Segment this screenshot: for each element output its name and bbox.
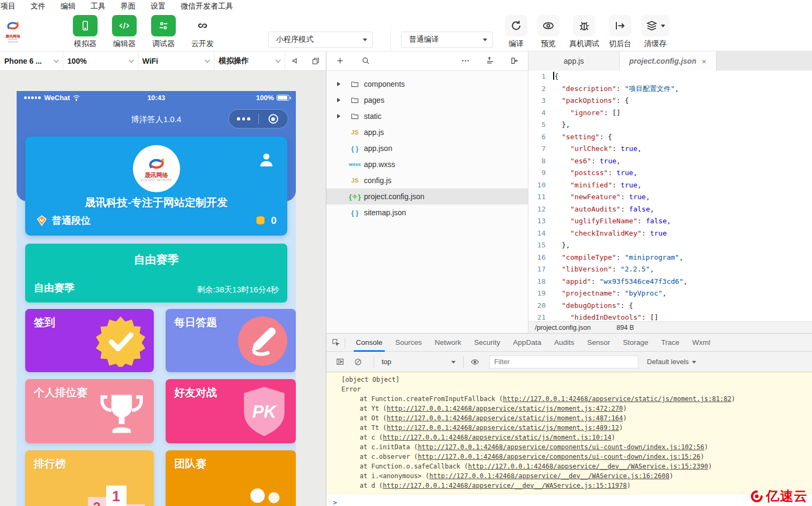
- console-stack-link[interactable]: http://127.0.0.1:42468/appservice/__dev_…: [429, 472, 669, 480]
- season-card[interactable]: 自由赛季 自由赛季 剩余:38天13时16分4秒: [25, 244, 287, 303]
- tab-project-config-json[interactable]: project.config.json ×: [620, 51, 717, 71]
- code-token: "packOptions": [562, 96, 616, 104]
- console-stack-link[interactable]: http://127.0.0.1:42468/appservice/compon…: [418, 453, 700, 460]
- file-row-app.json[interactable]: { }app.json: [326, 140, 528, 156]
- separate-window-icon[interactable]: [306, 51, 326, 71]
- debugger-tab-wxml[interactable]: Wxml: [686, 334, 717, 352]
- simulate-actions-select[interactable]: 模拟操作: [214, 51, 285, 71]
- menu-item-工具[interactable]: 工具: [83, 2, 113, 11]
- console-stack-link[interactable]: http://127.0.0.1:42468/appservice/static…: [503, 395, 731, 403]
- debugger-tab-network[interactable]: Network: [428, 334, 468, 352]
- menu-item-文件[interactable]: 文件: [23, 2, 53, 11]
- console-stack-link[interactable]: http://127.0.0.1:42468/appservice/static…: [383, 434, 611, 441]
- inspect-element-icon[interactable]: [326, 334, 345, 352]
- toolbar-button-云开发[interactable]: 云开发: [190, 15, 215, 49]
- svg-text:PK: PK: [252, 402, 278, 421]
- add-file-icon[interactable]: [334, 55, 346, 67]
- profile-card[interactable]: 晟讯网络 SUNCENT NETWORK 晟讯科技-专注于网站定制开发 普通段位: [25, 137, 287, 236]
- console-prompt[interactable]: >: [326, 494, 812, 506]
- chevron-down-icon: [661, 25, 665, 29]
- network-select[interactable]: WiFi: [138, 51, 215, 71]
- file-row-sitemap.json[interactable]: { }sitemap.json: [326, 205, 528, 221]
- user-profile-icon[interactable]: [257, 150, 275, 169]
- device-select[interactable]: Phone 6 ...: [0, 51, 63, 71]
- coin-counter: 0: [255, 214, 277, 227]
- file-type-icon-json: { }: [346, 209, 364, 217]
- sort-icon[interactable]: [484, 55, 496, 67]
- season-name: 自由赛季: [34, 281, 75, 295]
- toolbar-button-调试器[interactable]: 调试器: [151, 15, 176, 49]
- file-row-app.js[interactable]: JSapp.js: [326, 124, 528, 140]
- file-row-app.wxss[interactable]: wxssapp.wxss: [326, 156, 528, 172]
- expander-triangle-icon[interactable]: [337, 114, 346, 118]
- menu-item-微信开发者工具[interactable]: 微信开发者工具: [173, 2, 241, 11]
- tile-label: 团队赛: [174, 457, 206, 471]
- console-stack-link[interactable]: http://127.0.0.1:42468/appservice/__dev_…: [383, 482, 627, 489]
- code-token: "minified": [570, 181, 612, 189]
- debugger-tab-sensor[interactable]: Sensor: [580, 334, 616, 352]
- console-stack-link[interactable]: http://127.0.0.1:42468/appservice/static…: [387, 414, 623, 422]
- code-line-text: "postcss": true,: [553, 167, 812, 179]
- close-target-icon[interactable]: [259, 114, 288, 124]
- zoom-select[interactable]: 100%: [63, 51, 138, 71]
- code-token: :: [591, 157, 600, 165]
- javascript-context-select[interactable]: top: [378, 358, 459, 366]
- debugger-tab-trace[interactable]: Trace: [655, 334, 686, 352]
- svg-text:2: 2: [93, 500, 100, 506]
- clear-console-icon[interactable]: [351, 355, 365, 369]
- more-icon[interactable]: [459, 55, 471, 67]
- compile-mode-select[interactable]: 普通编译: [401, 32, 493, 48]
- tab-app-js[interactable]: app.js: [528, 51, 620, 71]
- file-row-config.js[interactable]: JSconfig.js: [326, 172, 528, 188]
- tile-个人排位赛[interactable]: 个人排位赛: [25, 379, 154, 443]
- action-button-编译[interactable]: 编译: [505, 15, 527, 49]
- search-icon[interactable]: [360, 55, 371, 67]
- file-row-components[interactable]: components: [326, 76, 528, 92]
- tile-排行榜[interactable]: 排行榜213: [25, 450, 154, 506]
- show-console-sidebar-icon[interactable]: [333, 355, 347, 369]
- file-row-static[interactable]: static: [326, 108, 528, 124]
- action-button-预览[interactable]: 预览: [537, 15, 560, 49]
- more-menu-icon[interactable]: [229, 117, 258, 120]
- app-logo: 晟讯网络 SUNCENT NETWORK: [2, 19, 24, 47]
- tile-团队赛[interactable]: 团队赛: [166, 450, 296, 506]
- toolbar-button-模拟器[interactable]: 模拟器: [73, 15, 98, 49]
- chevron-down-icon: [129, 57, 134, 63]
- code-token: :: [612, 145, 621, 153]
- debugger-tab-audits[interactable]: Audits: [548, 334, 581, 352]
- console-stack-link[interactable]: http://127.0.0.1:42468/appservice/static…: [387, 424, 619, 432]
- toolbar-button-编辑器[interactable]: 编辑器: [112, 15, 137, 49]
- debugger-tab-appdata[interactable]: AppData: [506, 334, 548, 352]
- file-row-project.config.json[interactable]: {}project.config.json: [326, 188, 528, 205]
- sound-icon[interactable]: [285, 51, 306, 71]
- console-stack-link[interactable]: http://127.0.0.1:42468/appservice/static…: [387, 405, 623, 412]
- collapse-panel-icon[interactable]: [509, 55, 520, 67]
- log-levels-select[interactable]: Default levels: [647, 358, 696, 366]
- tile-每日答题[interactable]: 每日答题: [166, 309, 296, 372]
- live-expression-eye-icon[interactable]: [468, 355, 482, 369]
- mode-select-value: 小程序模式: [276, 35, 314, 44]
- menu-item-设置[interactable]: 设置: [143, 2, 173, 11]
- action-button-切后台[interactable]: 切后台: [609, 15, 631, 49]
- tile-签到[interactable]: 签到: [25, 309, 154, 372]
- console-stack-link[interactable]: http://127.0.0.1:42468/appservice/compon…: [418, 443, 704, 451]
- file-name-label: sitemap.json: [364, 208, 406, 217]
- action-button-真机调试[interactable]: 真机调试: [569, 15, 599, 49]
- code-editor[interactable]: 1{2"description": "项目配置文件",3"packOptions…: [528, 71, 812, 321]
- menu-item-项目[interactable]: 项目: [0, 2, 23, 11]
- close-tab-icon[interactable]: ×: [702, 57, 706, 66]
- menu-item-编辑[interactable]: 编辑: [53, 2, 83, 11]
- debugger-tab-security[interactable]: Security: [468, 334, 507, 352]
- expander-triangle-icon[interactable]: [337, 98, 346, 102]
- action-button-清缓存[interactable]: 清缓存: [641, 15, 669, 49]
- tile-好友对战[interactable]: 好友对战PK: [166, 379, 296, 443]
- debugger-tab-storage[interactable]: Storage: [616, 334, 654, 352]
- menu-item-界面[interactable]: 界面: [113, 2, 143, 11]
- debugger-tab-sources[interactable]: Sources: [389, 334, 429, 352]
- mode-select[interactable]: 小程序模式: [268, 32, 373, 48]
- console-stack-link[interactable]: http://127.0.0.1:42468/appservice/__dev_…: [468, 463, 708, 470]
- console-filter-input[interactable]: [489, 356, 638, 368]
- expander-triangle-icon[interactable]: [337, 82, 346, 86]
- debugger-tab-console[interactable]: Console: [349, 334, 389, 352]
- file-row-pages[interactable]: pages: [326, 92, 528, 108]
